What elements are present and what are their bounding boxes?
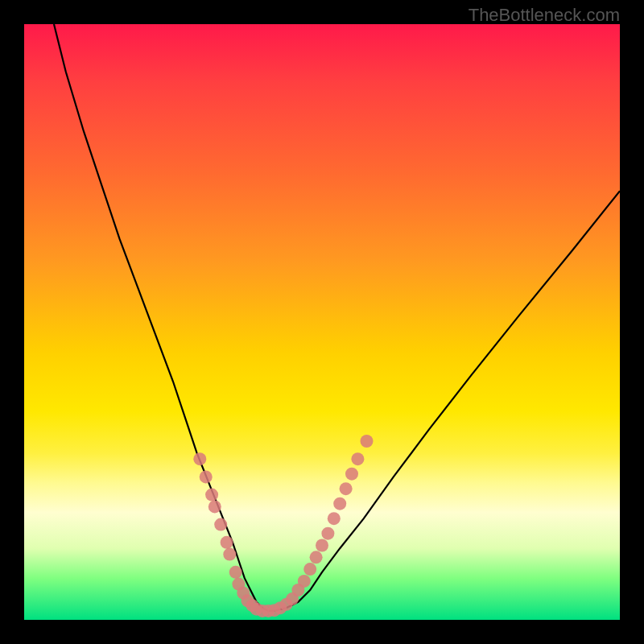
marker-group xyxy=(193,435,373,617)
data-marker xyxy=(229,566,242,579)
data-marker xyxy=(193,452,206,465)
watermark-text: TheBottleneck.com xyxy=(469,5,620,26)
data-marker xyxy=(333,497,346,510)
data-marker xyxy=(223,548,236,561)
data-marker xyxy=(340,482,353,495)
data-marker xyxy=(214,518,227,531)
data-marker xyxy=(345,468,358,481)
data-marker xyxy=(328,512,341,525)
data-marker xyxy=(298,575,311,588)
data-marker xyxy=(351,452,364,465)
data-marker xyxy=(208,500,221,513)
data-marker xyxy=(221,536,233,549)
chart-frame: TheBottleneck.com xyxy=(0,0,644,644)
data-marker xyxy=(316,539,328,552)
chart-svg xyxy=(24,24,620,620)
data-marker xyxy=(361,435,374,448)
data-marker xyxy=(303,563,316,576)
data-marker xyxy=(200,470,213,483)
plot-area xyxy=(24,24,620,620)
data-marker xyxy=(321,527,334,540)
data-marker xyxy=(205,489,218,502)
data-marker xyxy=(310,551,323,564)
